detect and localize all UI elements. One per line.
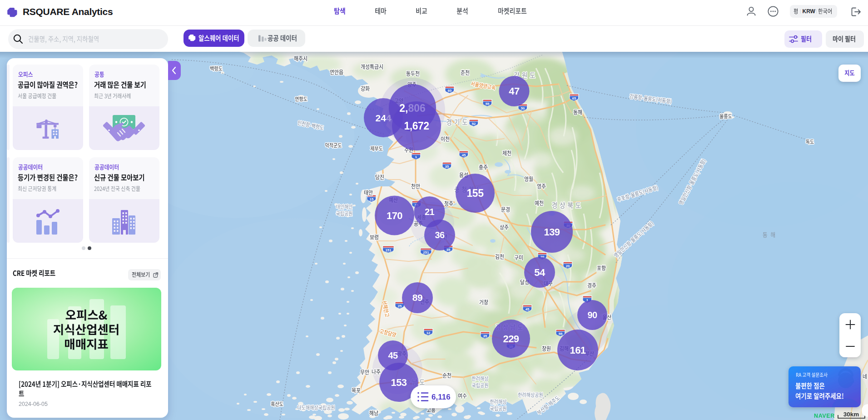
svg-text:139: 139 bbox=[544, 226, 560, 238]
svg-text:47: 47 bbox=[509, 85, 520, 97]
svg-text:161: 161 bbox=[570, 345, 585, 356]
svg-text:65: 65 bbox=[572, 96, 576, 100]
svg-text:90: 90 bbox=[587, 310, 597, 320]
svg-text:21: 21 bbox=[425, 207, 435, 217]
svg-text:NAVER: NAVER bbox=[814, 413, 835, 419]
svg-text:89: 89 bbox=[412, 292, 422, 303]
svg-text:12: 12 bbox=[427, 331, 431, 335]
svg-text:251: 251 bbox=[423, 250, 429, 255]
svg-text:55: 55 bbox=[559, 332, 563, 336]
svg-text:45: 45 bbox=[388, 350, 398, 360]
svg-text:RSQUARE Analytics: RSQUARE Analytics bbox=[23, 6, 113, 17]
svg-text:170: 170 bbox=[387, 210, 402, 221]
svg-text:35: 35 bbox=[445, 165, 449, 169]
svg-text:30km: 30km bbox=[843, 411, 859, 418]
svg-text:36: 36 bbox=[435, 230, 445, 240]
svg-text:244: 244 bbox=[375, 113, 391, 123]
svg-text:52: 52 bbox=[472, 122, 476, 126]
svg-text:20: 20 bbox=[566, 264, 570, 268]
svg-text:25: 25 bbox=[398, 304, 402, 308]
svg-text:54: 54 bbox=[534, 267, 546, 278]
svg-text:15: 15 bbox=[370, 197, 374, 201]
svg-text:50: 50 bbox=[521, 106, 525, 110]
svg-text:6,116: 6,116 bbox=[432, 393, 451, 401]
svg-text:2024-06-05: 2024-06-05 bbox=[19, 401, 48, 407]
svg-text:1,672: 1,672 bbox=[404, 120, 429, 132]
svg-text:60: 60 bbox=[448, 89, 452, 93]
svg-text:155: 155 bbox=[467, 187, 484, 199]
svg-text:1: 1 bbox=[415, 155, 417, 159]
svg-text:35: 35 bbox=[483, 334, 487, 338]
svg-text:229: 229 bbox=[503, 333, 519, 345]
svg-text:45: 45 bbox=[526, 307, 530, 311]
svg-text:2,806: 2,806 bbox=[399, 102, 426, 114]
svg-text:45: 45 bbox=[462, 153, 466, 157]
svg-text:KRW: KRW bbox=[803, 8, 816, 15]
svg-text:151: 151 bbox=[385, 248, 392, 252]
svg-text:153: 153 bbox=[391, 377, 407, 388]
svg-text:55: 55 bbox=[486, 102, 490, 106]
